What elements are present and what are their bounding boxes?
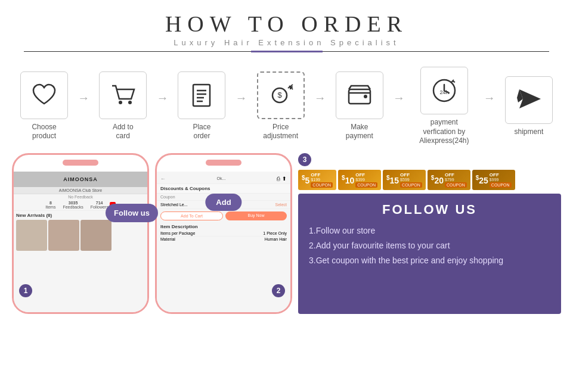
phone2-discounts-title: Discounts & Coupons [157,184,290,194]
phone2-wrapper: ← Ok... ⎙ ⬆ Discounts & Coupons Coupon S… [155,153,292,314]
select-label: Select [275,203,287,207]
coupon-amount-1: $5 [302,175,309,185]
coupon-item-1: $5 OFF $199 COUPON [298,170,336,190]
coupon-amount-4: $20 [431,175,444,185]
page-header: HOW TO ORDER Luxury Hair Extension Speci… [0,0,573,56]
step-label-6: paymentverfication byAliexpress(24h) [419,118,469,146]
divider-accent [251,51,323,52]
coupon-off-4: OFF [445,172,467,178]
product-img-3 [80,220,111,251]
phone2-item-desc: Item Description [157,223,290,231]
phone1-wrapper: AIMOONSA AIMOONSA Club Store No Feedback… [12,153,149,314]
badge-3: 3 [298,153,311,166]
step-icon-box-5 [336,71,383,119]
step-place-order: Placeorder [169,71,234,141]
coupon-off-5: OFF [490,172,512,178]
bottom-section: AIMOONSA AIMOONSA Club Store No Feedback… [0,153,573,314]
step-payment-verification: 24h paymentverfication byAliexpress(24h) [406,67,482,146]
coupon-details-1: OFF $199 COUPON [311,172,333,188]
follow-item-2: 2.Add your favourite items to your cart [309,238,550,253]
stat-feedbacks: 3035Feedbacks [63,201,83,209]
page-subtitle: Luxury Hair Extension Specialist [0,38,573,47]
arrow-1: → [78,91,89,105]
coupon-details-5: OFF $999 COUPON [490,172,512,188]
phone2-icons: ⎙ ⬆ [277,176,287,182]
coupon-off-2: OFF [355,172,377,178]
arrow-6: → [484,91,495,105]
item-row-1: Items per Package 1 Piece Only [160,231,287,237]
coupon-item-4: $20 OFF $799 COUPON [428,170,470,190]
phone2-url: Ok... [217,176,226,181]
cart-icon [109,81,137,110]
coupon-threshold-2: $399 [355,178,377,182]
coupon-btn-3[interactable]: COUPON [400,182,422,188]
step-icon-box-3 [178,71,225,119]
price-icon: $ [267,81,295,110]
add-to-cart-btn[interactable]: Add To Cart [160,211,223,220]
coupon-threshold-1: $199 [311,178,333,182]
svg-point-1 [128,101,132,104]
item-row-2: Material Human Hair [160,237,287,242]
phone1-store-name: AIMOONSA Club Store [14,187,147,194]
svg-rect-2 [193,85,210,106]
page-title: HOW TO ORDER [0,11,573,37]
item-key-1: Items per Package [160,231,195,235]
coupon-btn-5[interactable]: COUPON [490,182,512,188]
coupon-btn-4[interactable]: COUPON [445,182,467,188]
step-icon-box-7 [505,76,553,124]
header-divider [24,51,549,52]
coupon-btn-2[interactable]: COUPON [355,182,377,188]
coupon-item-3: $15 OFF $599 COUPON [383,170,426,190]
coupon-item-2: $10 OFF $399 COUPON [338,170,381,190]
wallet-icon [345,81,374,110]
coupon-threshold-5: $999 [490,178,512,182]
step-icon-box-2 [99,71,147,119]
step-shipment: shipment [497,76,561,137]
coupon-off-3: OFF [400,172,422,178]
step-label-4: Priceadjustment [263,123,298,141]
arrow-3: → [236,91,247,105]
heart-icon [30,81,58,110]
svg-text:$: $ [277,91,282,99]
step-price-adjustment: $ Priceadjustment [249,71,313,141]
list-icon [187,81,216,110]
stat-items: 8Items [45,201,55,209]
phone1-screen: AIMOONSA AIMOONSA Club Store No Feedback… [14,172,147,312]
badge-1: 1 [19,284,32,297]
clock24-icon: 24h [430,76,459,105]
item-key-2: Material [160,237,175,241]
step-make-payment: Makepayment [327,71,392,141]
badge-2: 2 [272,284,285,297]
follow-item-1: 1.Follow our store [309,223,550,238]
phone2-header: ← Ok... ⎙ ⬆ [157,174,290,184]
phone2-item-rows: Items per Package 1 Piece Only Material … [157,231,290,242]
right-panel: 3 $5 OFF $199 COUPON $10 OFF $399 COUPON [298,153,561,314]
divider-right [323,51,550,52]
follow-panel-title: FOLLOW US [309,202,550,217]
step-label-1: Chooseproduct [32,123,56,141]
svg-point-0 [119,101,122,104]
coupon-btn-1[interactable]: COUPON [311,182,333,188]
item-val-2: Human Hair [265,237,287,241]
svg-point-14 [364,95,367,98]
step-choose-product: Chooseproduct [12,71,76,141]
arrow-5: → [393,91,405,105]
item-val-1: 1 Piece Only [263,231,287,235]
coupon-label: Coupon [160,195,175,199]
arrow-4: → [314,91,326,105]
step-label-3: Placeorder [193,123,210,141]
step-label-2: Add tocard [113,123,134,141]
step-label-7: shipment [515,127,544,137]
coupon-amount-5: $25 [476,175,488,185]
phone1-images [14,220,147,251]
follow-us-bubble: Follow us [106,204,158,222]
product-img-2 [48,220,79,251]
stretched-label: Stretched Le... [160,203,188,207]
coupon-off-1: OFF [311,172,333,178]
plane-icon [515,86,543,114]
follow-panel-list: 1.Follow our store 2.Add your favourite … [309,223,550,269]
coupon-threshold-3: $599 [400,178,422,182]
buy-now-btn[interactable]: Buy Now [225,211,287,220]
coupon-details-2: OFF $399 COUPON [355,172,377,188]
step3-row: 3 [298,153,561,166]
